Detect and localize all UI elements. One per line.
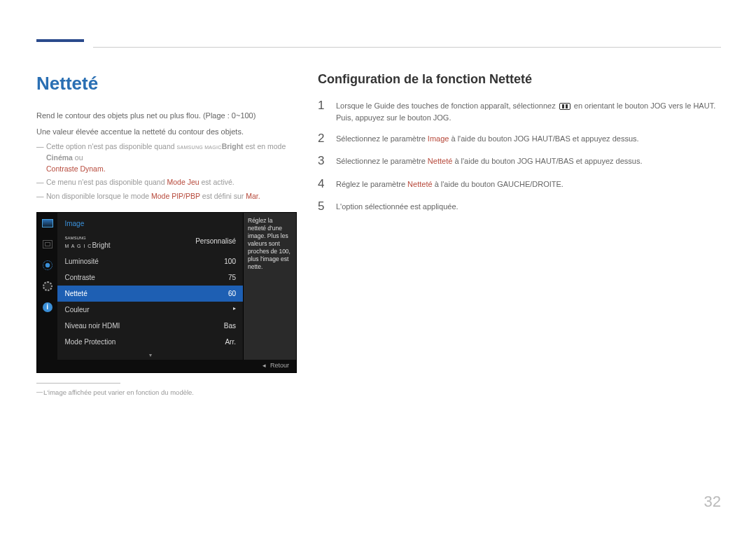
- magic-text: M A G I C: [64, 244, 92, 248]
- page-content: Netteté Rend le contour des objets plus …: [0, 0, 756, 398]
- note-3-mode: Mode PIP/PBP: [151, 192, 200, 200]
- step-2: 2 Sélectionnez le paramètre Image à l'ai…: [318, 132, 721, 146]
- note-1-bright: Bright: [222, 142, 244, 150]
- step-2-pre: Sélectionnez le paramètre: [336, 134, 428, 143]
- osd-row-couleur: Couleur ▸: [57, 302, 243, 318]
- osd-footer: ◂ Retour: [57, 360, 296, 372]
- step-text: Sélectionnez le paramètre Image à l'aide…: [336, 132, 639, 145]
- step-2-post: à l'aide du bouton JOG HAUT/BAS et appuy…: [449, 134, 638, 143]
- brightness-icon: [41, 260, 54, 270]
- step-3: 3 Sélectionnez le paramètre Netteté à l'…: [318, 154, 721, 168]
- footnote: L'image affichée peut varier en fonction…: [36, 388, 297, 398]
- note-2-post: est activé.: [200, 178, 234, 186]
- step-text: Lorsque le Guide des touches de fonction…: [336, 99, 721, 123]
- note-3-val: Mar.: [246, 192, 260, 200]
- step-4-hl: Netteté: [407, 180, 432, 188]
- step-3-hl: Netteté: [428, 157, 452, 165]
- page-title: Netteté: [36, 70, 297, 97]
- note-2-pre: Ce menu n'est pas disponible quand: [46, 178, 167, 186]
- note-1: Cette option n'est pas disponible quand …: [36, 141, 297, 174]
- gear-icon: [41, 281, 54, 291]
- note-1-pre: Cette option n'est pas disponible quand: [46, 142, 176, 150]
- osd-body: Image SAMSUNG M A G I CBright Personnali…: [57, 213, 296, 372]
- osd-mockup: i Image SAMSUNG M A G I CBright Personna…: [36, 212, 297, 373]
- osd-row-label: Mode Protection: [64, 337, 115, 347]
- step-1-pre: Lorsque le Guide des touches de fonction…: [336, 101, 558, 110]
- section-title: Configuration de la fonction Netteté: [318, 70, 721, 89]
- note-1-ou: ou: [73, 153, 83, 162]
- note-3-mid: est défini sur: [200, 192, 246, 200]
- monitor-icon: [41, 218, 54, 228]
- note-3: Non disponible lorsque le mode Mode PIP/…: [36, 191, 297, 202]
- osd-tooltip: Réglez la netteté d'une image. Plus les …: [243, 213, 296, 360]
- step-4: 4 Réglez le paramètre Netteté à l'aide d…: [318, 177, 721, 191]
- osd-row-label: Netteté: [64, 288, 87, 299]
- step-3-pre: Sélectionnez le paramètre: [336, 157, 428, 165]
- step-2-hl: Image: [428, 134, 449, 143]
- intro-line-1: Rend le contour des objets plus net ou p…: [36, 110, 297, 122]
- header-accent: [36, 39, 84, 42]
- note-1-cinema: Cinéma: [46, 153, 73, 162]
- osd-row-magicbright: SAMSUNG M A G I CBright Personnalisé: [57, 233, 243, 253]
- page-number: 32: [704, 490, 721, 513]
- step-number: 4: [318, 177, 328, 191]
- osd-row-hdmi: Niveau noir HDMI Bas: [57, 318, 243, 334]
- osd-row-value: Personnalisé: [195, 236, 236, 251]
- osd-row-value: 75: [228, 272, 236, 283]
- intro-line-2: Une valeur élevée accentue la netteté du…: [36, 126, 297, 138]
- step-5-pre: L'option sélectionnée est appliquée.: [336, 202, 458, 211]
- osd-row-protection: Mode Protection Arr.: [57, 334, 243, 350]
- osd-row-value: Arr.: [225, 337, 236, 347]
- step-1: 1 Lorsque le Guide des touches de foncti…: [318, 99, 721, 123]
- step-text: Sélectionnez le paramètre Netteté à l'ai…: [336, 154, 642, 167]
- right-column: Configuration de la fonction Netteté 1 L…: [318, 70, 721, 398]
- note-2: Ce menu n'est pas disponible quand Mode …: [36, 177, 297, 188]
- osd-header: Image: [57, 217, 243, 233]
- step-4-post: à l'aide du bouton GAUCHE/DROITE.: [433, 180, 564, 188]
- osd-row-contraste: Contraste 75: [57, 269, 243, 286]
- info-icon: i: [41, 302, 54, 312]
- osd-row-label: Luminosité: [64, 256, 98, 267]
- magic-samsung: SAMSUNG: [64, 236, 110, 240]
- osd-row-label: SAMSUNG M A G I CBright: [64, 236, 110, 251]
- osd-row-value: 60: [228, 288, 236, 299]
- osd-back-label: Retour: [270, 361, 289, 371]
- osd-list: Image SAMSUNG M A G I CBright Personnali…: [57, 213, 243, 360]
- step-number: 5: [318, 199, 328, 213]
- osd-main: Image SAMSUNG M A G I CBright Personnali…: [57, 213, 296, 360]
- osd-sidebar: i: [37, 213, 57, 372]
- footnote-rule: [36, 383, 120, 384]
- step-text: L'option sélectionnée est appliquée.: [336, 199, 458, 213]
- step-number: 3: [318, 154, 328, 168]
- note-2-mode: Mode Jeu: [167, 178, 199, 186]
- step-text: Réglez le paramètre Netteté à l'aide du …: [336, 177, 564, 190]
- note-3-pre: Non disponible lorsque le mode: [46, 192, 151, 200]
- osd-row-nettete: Netteté 60: [57, 286, 243, 302]
- header-rule: [93, 47, 721, 48]
- step-number: 2: [318, 132, 328, 146]
- osd-row-value: Bas: [224, 321, 236, 331]
- step-5: 5 L'option sélectionnée est appliquée.: [318, 199, 721, 213]
- note-1-mid: est en mode: [244, 142, 286, 150]
- chevron-left-icon: ◂: [262, 361, 266, 371]
- osd-row-value: 100: [224, 256, 236, 267]
- osd-row-luminosite: Luminosité 100: [57, 253, 243, 269]
- step-3-post: à l'aide du bouton JOG HAUT/BAS et appuy…: [452, 157, 642, 165]
- left-column: Netteté Rend le contour des objets plus …: [36, 70, 297, 398]
- menu-icon: [559, 103, 570, 110]
- osd-row-label: Contraste: [64, 272, 94, 283]
- step-4-pre: Réglez le paramètre: [336, 180, 407, 188]
- chevron-down-icon: ▾: [57, 351, 243, 360]
- note-1-contrast: Contraste Dynam.: [46, 164, 106, 173]
- step-number: 1: [318, 99, 328, 113]
- pip-icon: [41, 239, 54, 249]
- osd-row-label: Couleur: [64, 304, 89, 315]
- chevron-right-icon: ▸: [233, 304, 236, 315]
- note-1-magic: SAMSUNG MAGIC: [176, 145, 221, 150]
- magic-bright: Bright: [92, 241, 110, 249]
- osd-row-label: Niveau noir HDMI: [64, 321, 120, 331]
